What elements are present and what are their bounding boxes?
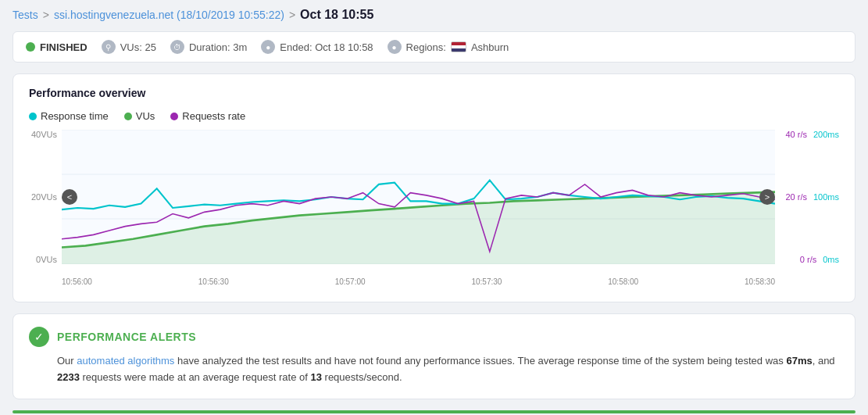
y-right-bottom-r: 0 r/s (800, 255, 816, 264)
page-wrapper: Tests > ssi.hostingvenezuela.net (18/10/… (0, 0, 868, 415)
legend-response-time-label: Response time (41, 110, 109, 122)
legend-requests-rate-label: Requests rate (182, 110, 245, 122)
region-flag-icon (451, 41, 466, 52)
legend-vus: VUs (124, 110, 155, 122)
y-left-mid: 20VUs (29, 192, 57, 202)
status-regions: ● Regions: Ashburn (388, 40, 509, 54)
x-label-3: 10:57:00 (335, 277, 366, 286)
chart-nav-right[interactable]: > (759, 189, 775, 205)
duration-value: Duration: 3m (189, 41, 247, 53)
y-right-mid: 20 r/s 100ms (777, 192, 839, 202)
legend-requests-rate: Requests rate (170, 110, 245, 122)
breadcrumb-test-link[interactable]: ssi.hostingvenezuela.net (18/10/2019 10:… (54, 9, 284, 21)
legend-response-time: Response time (29, 110, 109, 122)
status-ended: ● Ended: Oct 18 10:58 (261, 40, 373, 54)
status-bar: FINISHED ⚲ VUs: 25 ⏱ Duration: 3m ● Ende… (13, 31, 855, 63)
breadcrumb-sep-2: > (289, 9, 295, 21)
alerts-header: ✓ PERFORMANCE ALERTS (29, 327, 839, 347)
chart-nav-left[interactable]: < (62, 189, 77, 205)
alerts-card: ✓ PERFORMANCE ALERTS Our automated algor… (13, 313, 855, 399)
vus-value: VUs: 25 (120, 41, 156, 53)
alerts-suffix: requests/second. (322, 371, 402, 383)
finished-label: FINISHED (40, 41, 88, 53)
alerts-body: Our automated algorithms have analyzed t… (29, 353, 839, 386)
chart-svg-area (62, 130, 775, 264)
alerts-mid-text: , and (813, 355, 835, 367)
requests-rate-dot (170, 113, 178, 120)
request-rate-value: 13 (310, 371, 321, 383)
breadcrumb-current: Oct 18 10:55 (300, 8, 373, 22)
y-left-top: 40VUs (29, 130, 57, 139)
y-right-top: 40 r/s 200ms (777, 130, 839, 139)
vus-dot (124, 113, 132, 120)
x-label-2: 10:56:30 (198, 277, 229, 286)
ended-icon: ● (261, 40, 275, 54)
requests-count-value: 2233 (57, 371, 80, 383)
x-axis: 10:56:00 10:56:30 10:57:00 10:57:30 10:5… (62, 277, 775, 286)
region-name: Ashburn (471, 41, 509, 53)
finished-dot-icon (26, 42, 35, 52)
check-circle-icon: ✓ (29, 327, 49, 347)
y-axis-right: 40 r/s 200ms 20 r/s 100ms 0 r/s 0ms (777, 130, 839, 264)
alerts-title: PERFORMANCE ALERTS (57, 331, 196, 343)
chart-container: 40VUs 20VUs 0VUs (29, 130, 839, 286)
location-icon: ● (388, 40, 402, 54)
y-right-mid-ms: 100ms (813, 192, 839, 202)
y-right-bottom-ms: 0ms (823, 255, 839, 264)
x-label-6: 10:58:30 (745, 277, 775, 286)
breadcrumb-sep-1: > (43, 9, 49, 21)
bottom-bar (13, 410, 855, 413)
automated-algorithms-link[interactable]: automated algorithms (77, 355, 174, 367)
y-left-bottom: 0VUs (29, 255, 57, 264)
x-label-5: 10:58:00 (608, 277, 638, 286)
status-finished: FINISHED (26, 41, 88, 53)
y-axis-left: 40VUs 20VUs 0VUs (29, 130, 60, 264)
y-right-mid-r: 20 r/s (785, 192, 807, 202)
status-duration: ⏱ Duration: 3m (170, 40, 247, 54)
ended-value: Ended: Oct 18 10:58 (280, 41, 373, 53)
regions-label: Regions: (406, 41, 446, 53)
response-time-dot (29, 113, 37, 120)
avg-response-value: 67ms (786, 355, 812, 367)
performance-card: Performance overview Response time VUs R… (13, 73, 855, 302)
y-right-bottom: 0 r/s 0ms (777, 255, 839, 264)
x-label-4: 10:57:30 (471, 277, 502, 286)
x-label-1: 10:56:00 (62, 277, 92, 286)
card-title: Performance overview (29, 87, 839, 99)
legend-vus-label: VUs (136, 110, 155, 122)
clock-icon: ⏱ (170, 40, 184, 54)
breadcrumb-tests-link[interactable]: Tests (13, 9, 38, 21)
vus-icon: ⚲ (102, 40, 116, 54)
y-right-top-ms: 200ms (813, 130, 839, 139)
status-vus: ⚲ VUs: 25 (102, 40, 156, 54)
alerts-end-text: requests were made at an average request… (80, 371, 311, 383)
alerts-body-text: have analyzed the test results and have … (174, 355, 786, 367)
y-right-top-r: 40 r/s (785, 130, 807, 139)
chart-legend: Response time VUs Requests rate (29, 110, 839, 122)
breadcrumb: Tests > ssi.hostingvenezuela.net (18/10/… (13, 8, 855, 22)
